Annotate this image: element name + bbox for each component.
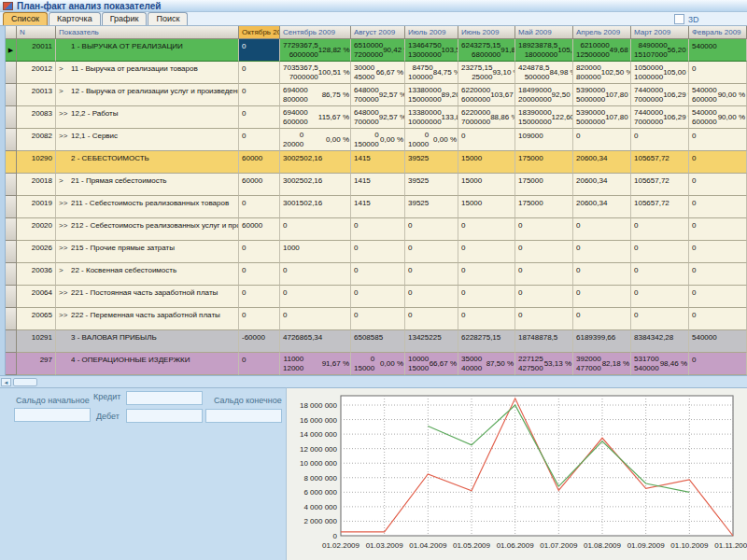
grid-cell[interactable]: 8384342,28 — [631, 330, 689, 353]
grid-cell[interactable]: 39525 — [405, 151, 458, 174]
row-selector[interactable] — [6, 353, 17, 375]
grid-cell[interactable]: 3001502,16 — [280, 196, 351, 218]
column-header[interactable]: Октябрь 20 — [239, 26, 280, 39]
grid-cell[interactable]: 0 — [458, 308, 515, 330]
grid-cell[interactable]: 20600,34 — [573, 151, 631, 174]
grid-cell[interactable]: 54000060000090,00 % — [689, 84, 747, 106]
row-selector[interactable] — [6, 286, 17, 308]
grid-cell[interactable]: 0 — [573, 286, 631, 308]
grid-cell[interactable]: 0 — [573, 308, 631, 330]
grid-cell[interactable]: 0 — [239, 39, 280, 62]
grid-cell[interactable]: 109000 — [515, 129, 573, 151]
grid-cell[interactable]: 424878,550000084,98 % — [515, 62, 573, 84]
grid-cell[interactable]: 0 — [351, 263, 405, 286]
cell-indicator[interactable]: 4 - ОПЕРАЦИОННЫЕ ИЗДЕРЖКИ — [56, 353, 239, 375]
grid-cell[interactable]: 820000800000102,50 % — [573, 62, 631, 84]
grid-cell[interactable]: 15000 — [458, 174, 515, 196]
grid-cell[interactable]: 0 — [515, 308, 573, 330]
cell-id[interactable]: 20012 — [17, 62, 56, 84]
grid-cell[interactable]: 0 — [458, 286, 515, 308]
grid-cell[interactable]: 64800070000092,57 % — [351, 106, 405, 129]
grid-cell[interactable]: 0 — [239, 84, 280, 106]
column-header[interactable]: Май 2009 — [515, 26, 573, 39]
row-selector[interactable] — [6, 174, 17, 196]
grid-cell[interactable]: 84900001510700056,20 % — [631, 39, 689, 62]
row-selector[interactable] — [6, 129, 17, 151]
grid-cell[interactable]: 23275,152500093,10 % — [458, 62, 515, 84]
grid-cell[interactable]: 6220000700000088,86 % — [458, 106, 515, 129]
cell-id[interactable]: 20064 — [17, 286, 56, 308]
grid-cell[interactable]: 0 — [351, 218, 405, 241]
grid-cell[interactable]: 0 — [405, 241, 458, 263]
grid-cell[interactable]: 60000 — [239, 174, 280, 196]
cell-id[interactable]: 10290 — [17, 151, 56, 174]
horizontal-scrollbar[interactable]: ◄ — [0, 375, 747, 387]
grid-cell[interactable]: 74400007000000106,29 % — [631, 84, 689, 106]
column-header[interactable]: Июль 2009 — [405, 26, 458, 39]
grid-cell[interactable]: 20600,34 — [573, 196, 631, 218]
cell-indicator[interactable]: >>12,1 - Сервис — [56, 129, 239, 151]
grid-cell[interactable]: 0 — [280, 286, 351, 308]
column-header[interactable]: Показатель — [56, 26, 239, 39]
grid-cell[interactable]: 39525 — [405, 196, 458, 218]
grid-cell[interactable]: 4726865,34 — [280, 330, 351, 353]
row-selector[interactable] — [6, 196, 17, 218]
cell-id[interactable]: 20019 — [17, 196, 56, 218]
grid-cell[interactable]: 0 — [689, 151, 747, 174]
grid-cell[interactable]: 0 — [631, 129, 689, 151]
grid-cell[interactable]: 20600,34 — [573, 174, 631, 196]
grid-cell[interactable]: 175000 — [515, 196, 573, 218]
cell-indicator[interactable]: >11 - Выручка от реализации товаров — [56, 62, 239, 84]
grid-cell[interactable]: 3002502,16 — [280, 174, 351, 196]
grid-cell[interactable]: 0 — [405, 286, 458, 308]
column-header[interactable]: Апрель 2009 — [573, 26, 631, 39]
cell-id[interactable]: 20026 — [17, 241, 56, 263]
grid-cell[interactable]: 1415 — [351, 196, 405, 218]
cell-indicator[interactable]: >21 - Прямая себестоимость — [56, 174, 239, 196]
grid-cell[interactable]: 0 — [515, 263, 573, 286]
grid-cell[interactable]: 01500000,00 % — [351, 129, 405, 151]
grid-cell[interactable]: 6228275,15 — [458, 330, 515, 353]
grid-cell[interactable]: 0 — [515, 241, 573, 263]
grid-cell[interactable]: 133800001500000089,20 % — [405, 84, 458, 106]
cell-indicator[interactable]: >>222 - Переменная часть заработной плат… — [56, 308, 239, 330]
column-header[interactable]: Август 2009 — [351, 26, 405, 39]
grid-cell[interactable]: 8475010000084,75 % — [405, 62, 458, 84]
cell-id[interactable]: 20065 — [17, 308, 56, 330]
grid-cell[interactable]: 0 — [239, 106, 280, 129]
grid-cell[interactable]: 0 — [573, 129, 631, 151]
grid-cell[interactable]: 0 — [689, 353, 747, 375]
grid-cell[interactable]: 0 — [239, 129, 280, 151]
column-header[interactable]: Сентябрь 2009 — [280, 26, 351, 39]
row-selector[interactable] — [6, 62, 17, 84]
debit-input[interactable] — [126, 409, 203, 423]
grid-cell[interactable]: 0 — [689, 286, 747, 308]
column-header[interactable]: Март 2009 — [631, 26, 689, 39]
grid-cell[interactable]: 6508585 — [351, 330, 405, 353]
grid-cell[interactable]: 3002502,16 — [280, 151, 351, 174]
grid-cell[interactable]: 0 — [631, 263, 689, 286]
grid-cell[interactable]: 105657,72 — [631, 196, 689, 218]
row-selector[interactable] — [6, 106, 17, 129]
cell-id[interactable]: 20018 — [17, 174, 56, 196]
grid-cell[interactable]: 110001200091,67 % — [280, 353, 351, 375]
cell-indicator[interactable]: 1 - ВЫРУЧКА ОТ РЕАЛИЗАЦИИ — [56, 39, 239, 62]
checkbox-3d-box[interactable] — [674, 14, 684, 24]
grid-cell[interactable]: 39200047700082,18 % — [573, 353, 631, 375]
cell-indicator[interactable]: >12 - Выручка от реализации услуг и прои… — [56, 84, 239, 106]
grid-cell[interactable]: 0 — [239, 308, 280, 330]
cell-id[interactable]: 20011 — [17, 39, 56, 62]
cell-id[interactable]: 10291 — [17, 330, 56, 353]
grid-cell[interactable]: 0 — [239, 241, 280, 263]
grid-cell[interactable]: 1346475013000000103,58 % — [405, 39, 458, 62]
grid-cell[interactable]: 0 — [573, 218, 631, 241]
grid-cell[interactable]: 105657,72 — [631, 174, 689, 196]
grid-cell[interactable]: 0 — [280, 263, 351, 286]
grid-cell[interactable]: 1415 — [351, 174, 405, 196]
grid-cell[interactable]: 0 — [689, 62, 747, 84]
grid-cell[interactable]: 0 — [239, 286, 280, 308]
tab-search[interactable]: Поиск — [148, 12, 188, 25]
cell-id[interactable]: 20083 — [17, 106, 56, 129]
grid-cell[interactable]: 0 — [351, 308, 405, 330]
grid-cell[interactable]: 22712542750053,13 % — [515, 353, 573, 375]
